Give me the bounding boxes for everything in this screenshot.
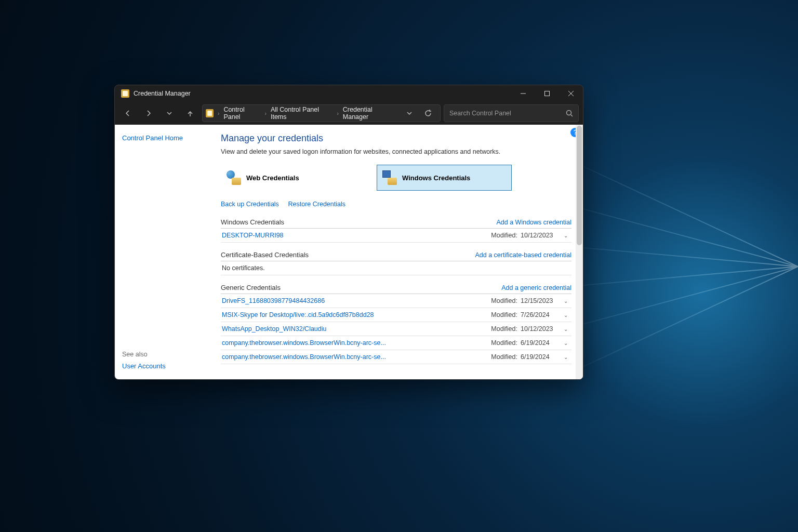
search-box[interactable] bbox=[444, 104, 579, 122]
credential-row[interactable]: DESKTOP-MURRI98Modified:10/12/2023⌄ bbox=[221, 229, 571, 243]
chevron-right-icon: › bbox=[265, 111, 267, 116]
credential-name: company.thebrowser.windows.BrowserWin.bc… bbox=[222, 353, 491, 361]
breadcrumb-item[interactable]: All Control Panel Items bbox=[269, 105, 335, 122]
section-title: Certificate-Based Credentials bbox=[221, 251, 309, 259]
tab-label: Web Credentials bbox=[246, 174, 299, 182]
modified-date: 10/12/2023 bbox=[521, 232, 558, 239]
forward-button[interactable] bbox=[140, 104, 157, 122]
titlebar[interactable]: Credential Manager bbox=[115, 85, 583, 102]
tab-label: Windows Credentials bbox=[402, 174, 470, 182]
up-button[interactable] bbox=[181, 104, 199, 122]
credential-row[interactable]: company.thebrowser.windows.BrowserWin.bc… bbox=[221, 350, 571, 364]
maximize-button[interactable] bbox=[535, 85, 559, 102]
control-panel-home-link[interactable]: Control Panel Home bbox=[122, 134, 204, 142]
chevron-down-icon[interactable]: ⌄ bbox=[561, 326, 570, 332]
breadcrumb-dropdown-button[interactable] bbox=[401, 104, 418, 122]
modified-date: 10/12/2023 bbox=[521, 325, 558, 332]
modified-date: 6/19/2024 bbox=[521, 353, 558, 361]
section-title: Windows Credentials bbox=[221, 218, 284, 226]
add-credential-link[interactable]: Add a Windows credential bbox=[496, 219, 571, 226]
modified-label: Modified: bbox=[491, 339, 517, 347]
section-title: Generic Credentials bbox=[221, 284, 281, 291]
restore-credentials-link[interactable]: Restore Credentials bbox=[288, 201, 345, 208]
search-input[interactable] bbox=[449, 110, 566, 117]
svg-rect-1 bbox=[545, 91, 550, 96]
chevron-down-icon[interactable]: ⌄ bbox=[561, 340, 570, 346]
modified-label: Modified: bbox=[491, 311, 517, 318]
chevron-right-icon: › bbox=[218, 111, 219, 116]
see-also-label: See also bbox=[122, 351, 204, 358]
credential-name: MSIX-Skype for Desktop/live:.cid.5a9dc6d… bbox=[222, 311, 491, 318]
modified-date: 7/26/2024 bbox=[521, 311, 558, 318]
credential-section: Windows CredentialsAdd a Windows credent… bbox=[221, 215, 571, 243]
refresh-button[interactable] bbox=[419, 104, 437, 122]
windows-safe-icon bbox=[382, 170, 397, 185]
close-button[interactable] bbox=[559, 85, 583, 102]
scrollbar-thumb[interactable] bbox=[577, 126, 582, 245]
chevron-down-icon[interactable]: ⌄ bbox=[561, 233, 570, 238]
chevron-down-icon[interactable]: ⌄ bbox=[561, 312, 570, 318]
back-button[interactable] bbox=[119, 104, 137, 122]
modified-date: 6/19/2024 bbox=[521, 339, 558, 347]
app-icon bbox=[121, 89, 129, 98]
toolbar: › Control Panel › All Control Panel Item… bbox=[115, 102, 583, 125]
tab-windows-credentials[interactable]: Windows Credentials bbox=[377, 165, 512, 191]
backup-credentials-link[interactable]: Back up Credentials bbox=[221, 201, 279, 208]
scrollbar[interactable] bbox=[576, 125, 583, 379]
credential-name: DESKTOP-MURRI98 bbox=[222, 232, 491, 239]
empty-text: No certificates. bbox=[222, 264, 570, 272]
sidebar: Control Panel Home See also User Account… bbox=[115, 125, 211, 379]
tab-web-credentials[interactable]: Web Credentials bbox=[221, 165, 356, 191]
credential-row[interactable]: MSIX-Skype for Desktop/live:.cid.5a9dc6d… bbox=[221, 308, 571, 322]
breadcrumb-item[interactable]: Credential Manager bbox=[341, 105, 398, 122]
modified-label: Modified: bbox=[491, 232, 517, 239]
modified-label: Modified: bbox=[491, 353, 517, 361]
credential-section: Certificate-Based CredentialsAdd a certi… bbox=[221, 248, 571, 275]
page-description: View and delete your saved logon informa… bbox=[221, 148, 571, 155]
modified-date: 12/15/2023 bbox=[521, 297, 558, 304]
user-accounts-link[interactable]: User Accounts bbox=[122, 362, 166, 370]
credential-section: Generic CredentialsAdd a generic credent… bbox=[221, 281, 571, 364]
globe-safe-icon bbox=[227, 170, 241, 185]
credential-row[interactable]: WhatsApp_Desktop_WIN32/ClaudiuModified:1… bbox=[221, 322, 571, 336]
search-icon bbox=[566, 110, 573, 117]
add-credential-link[interactable]: Add a certificate-based credential bbox=[475, 251, 571, 259]
chevron-down-icon[interactable]: ⌄ bbox=[561, 354, 570, 360]
content-area: Control Panel Home See also User Account… bbox=[115, 125, 583, 379]
credential-row[interactable]: DriveFS_116880398779484432686Modified:12… bbox=[221, 294, 571, 308]
credential-name: WhatsApp_Desktop_WIN32/Claudiu bbox=[222, 325, 491, 332]
chevron-right-icon: › bbox=[337, 111, 338, 116]
add-credential-link[interactable]: Add a generic credential bbox=[501, 284, 571, 291]
minimize-button[interactable] bbox=[511, 85, 535, 102]
modified-label: Modified: bbox=[491, 297, 517, 304]
credential-row[interactable]: company.thebrowser.windows.BrowserWin.bc… bbox=[221, 336, 571, 350]
history-dropdown-button[interactable] bbox=[161, 104, 178, 122]
credential-name: company.thebrowser.windows.BrowserWin.bc… bbox=[222, 339, 491, 347]
window-title: Credential Manager bbox=[134, 90, 191, 97]
address-bar[interactable]: › Control Panel › All Control Panel Item… bbox=[202, 104, 441, 122]
page-heading: Manage your credentials bbox=[221, 133, 571, 144]
credential-name: DriveFS_116880398779484432686 bbox=[222, 297, 491, 304]
svg-point-5 bbox=[567, 111, 571, 115]
svg-line-6 bbox=[571, 115, 573, 116]
breadcrumb-item[interactable]: Control Panel bbox=[221, 105, 262, 122]
main-panel: ? Manage your credentials View and delet… bbox=[211, 125, 583, 379]
chevron-down-icon[interactable]: ⌄ bbox=[561, 298, 570, 304]
modified-label: Modified: bbox=[491, 325, 517, 332]
location-icon bbox=[206, 109, 214, 117]
credential-manager-window: Credential Manager › Control Panel › All… bbox=[114, 85, 583, 380]
